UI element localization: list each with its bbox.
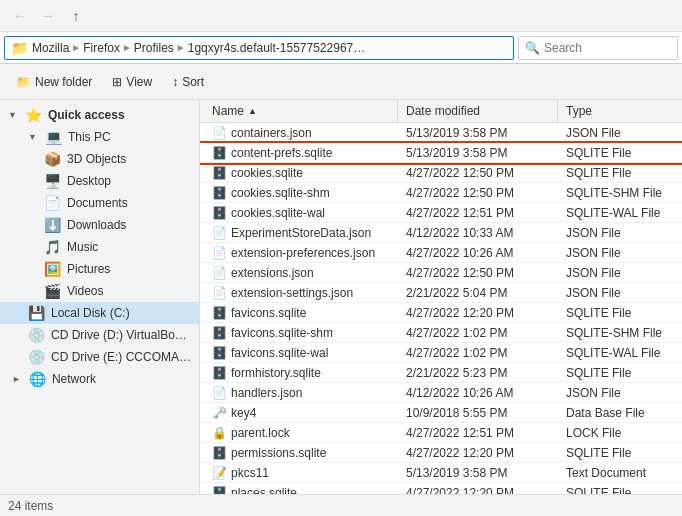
col-header-type[interactable]: Type xyxy=(558,100,678,122)
table-row[interactable]: 🗝️key410/9/2018 5:55 PMData Base File xyxy=(200,403,682,423)
file-name-cell: 📄containers.json xyxy=(204,124,398,142)
table-row[interactable]: 🗄️favicons.sqlite-shm4/27/2022 1:02 PMSQ… xyxy=(200,323,682,343)
breadcrumb[interactable]: 📁 Mozilla ► Firefox ► Profiles ► 1gqxyr4… xyxy=(4,36,514,60)
breadcrumb-parts: Mozilla ► Firefox ► Profiles ► 1gqxyr4s.… xyxy=(32,41,365,55)
file-name: favicons.sqlite-shm xyxy=(231,326,333,340)
breadcrumb-part: 1gqxyr4s.default-15577522967… xyxy=(188,41,365,55)
table-row[interactable]: 🗄️content-prefs.sqlite5/13/2019 3:58 PMS… xyxy=(200,143,682,163)
network-icon: 🌐 xyxy=(29,371,46,387)
table-row[interactable]: 📄containers.json5/13/2019 3:58 PMJSON Fi… xyxy=(200,123,682,143)
folder-icon: 📁 xyxy=(11,40,28,56)
col-header-date[interactable]: Date modified xyxy=(398,100,558,122)
breadcrumb-sep: ► xyxy=(122,42,132,53)
file-type-cell: SQLITE File xyxy=(558,304,678,322)
back-button[interactable]: ← xyxy=(8,4,32,28)
file-name: extension-preferences.json xyxy=(231,246,375,260)
sidebar-item-downloads[interactable]: ⬇️ Downloads xyxy=(0,214,199,236)
file-date-cell: 4/27/2022 12:51 PM xyxy=(398,424,558,442)
table-row[interactable]: 📄extension-preferences.json4/27/2022 10:… xyxy=(200,243,682,263)
sidebar-item-pictures[interactable]: 🖼️ Pictures xyxy=(0,258,199,280)
table-row[interactable]: 🗄️cookies.sqlite-shm4/27/2022 12:50 PMSQ… xyxy=(200,183,682,203)
file-icon: 📄 xyxy=(212,286,227,300)
file-name-cell: 🗄️favicons.sqlite xyxy=(204,304,398,322)
table-row[interactable]: 📄ExperimentStoreData.json4/12/2022 10:33… xyxy=(200,223,682,243)
file-name: cookies.sqlite-wal xyxy=(231,206,325,220)
sidebar-item-cd-drive-d[interactable]: 💿 CD Drive (D:) VirtualBox Guest A xyxy=(0,324,199,346)
sidebar-item-documents[interactable]: 📄 Documents xyxy=(0,192,199,214)
file-name: parent.lock xyxy=(231,426,290,440)
expand-arrow: ▼ xyxy=(28,132,37,142)
sidebar-item-3d-objects[interactable]: 📦 3D Objects xyxy=(0,148,199,170)
new-folder-button[interactable]: 📁 New folder xyxy=(8,68,100,96)
cd-drive-d-icon: 💿 xyxy=(28,327,45,343)
file-name-cell: 📄extension-preferences.json xyxy=(204,244,398,262)
file-type-cell: SQLITE File xyxy=(558,364,678,382)
downloads-icon: ⬇️ xyxy=(44,217,61,233)
file-date-cell: 4/27/2022 12:20 PM xyxy=(398,484,558,495)
file-name-cell: 📄extensions.json xyxy=(204,264,398,282)
file-name-cell: 🗄️favicons.sqlite-shm xyxy=(204,324,398,342)
table-row[interactable]: 🗄️formhistory.sqlite2/21/2022 5:23 PMSQL… xyxy=(200,363,682,383)
up-button[interactable]: ↑ xyxy=(64,4,88,28)
file-date-cell: 4/27/2022 12:20 PM xyxy=(398,304,558,322)
file-date-cell: 4/12/2022 10:33 AM xyxy=(398,224,558,242)
breadcrumb-sep: ► xyxy=(176,42,186,53)
file-date-cell: 5/13/2019 3:58 PM xyxy=(398,464,558,482)
item-count: 24 items xyxy=(8,499,53,513)
sidebar-item-this-pc[interactable]: ▼ 💻 This PC xyxy=(0,126,199,148)
sidebar-item-cd-drive-e[interactable]: 💿 CD Drive (E:) CCCOMA_X64FRE_ xyxy=(0,346,199,368)
file-icon: 📄 xyxy=(212,246,227,260)
forward-button[interactable]: → xyxy=(36,4,60,28)
file-name-cell: 🗄️formhistory.sqlite xyxy=(204,364,398,382)
table-row[interactable]: 🗄️places.sqlite4/27/2022 12:20 PMSQLITE … xyxy=(200,483,682,494)
view-button[interactable]: ⊞ View xyxy=(104,68,160,96)
file-type-cell: Text Document xyxy=(558,464,678,482)
file-name: extension-settings.json xyxy=(231,286,353,300)
toolbar: 📁 New folder ⊞ View ↕ Sort xyxy=(0,64,682,100)
sort-icon: ↕ xyxy=(172,75,178,89)
col-header-name[interactable]: Name ▲ xyxy=(204,100,398,122)
sidebar-item-music[interactable]: 🎵 Music xyxy=(0,236,199,258)
file-icon: 🗝️ xyxy=(212,406,227,420)
table-row[interactable]: 🗄️favicons.sqlite-wal4/27/2022 1:02 PMSQ… xyxy=(200,343,682,363)
main-area: ▼ ⭐ Quick access ▼ 💻 This PC 📦 3D Object… xyxy=(0,100,682,494)
view-icon: ⊞ xyxy=(112,75,122,89)
quick-access-icon: ⭐ xyxy=(25,107,42,123)
table-row[interactable]: 📄extensions.json4/27/2022 12:50 PMJSON F… xyxy=(200,263,682,283)
sidebar-item-videos[interactable]: 🎬 Videos xyxy=(0,280,199,302)
table-row[interactable]: 🔒parent.lock4/27/2022 12:51 PMLOCK File xyxy=(200,423,682,443)
local-disk-c-icon: 💾 xyxy=(28,305,45,321)
file-name-cell: 📄extension-settings.json xyxy=(204,284,398,302)
table-row[interactable]: 🗄️cookies.sqlite4/27/2022 12:50 PMSQLITE… xyxy=(200,163,682,183)
file-date-cell: 10/9/2018 5:55 PM xyxy=(398,404,558,422)
file-name: cookies.sqlite-shm xyxy=(231,186,330,200)
nav-controls: ← → ↑ xyxy=(8,4,88,28)
new-folder-icon: 📁 xyxy=(16,75,31,89)
table-row[interactable]: 📄extension-settings.json2/21/2022 5:04 P… xyxy=(200,283,682,303)
file-date-cell: 4/27/2022 12:50 PM xyxy=(398,164,558,182)
file-name-cell: 🗝️key4 xyxy=(204,404,398,422)
file-name-cell: 🗄️cookies.sqlite xyxy=(204,164,398,182)
file-name: extensions.json xyxy=(231,266,314,280)
file-date-cell: 4/27/2022 1:02 PM xyxy=(398,324,558,342)
file-name: cookies.sqlite xyxy=(231,166,303,180)
sidebar-item-network[interactable]: ► 🌐 Network xyxy=(0,368,199,390)
search-input[interactable] xyxy=(544,41,682,55)
table-row[interactable]: 🗄️cookies.sqlite-wal4/27/2022 12:51 PMSQ… xyxy=(200,203,682,223)
table-row[interactable]: 📝pkcs115/13/2019 3:58 PMText Document xyxy=(200,463,682,483)
table-row[interactable]: 📄handlers.json4/12/2022 10:26 AMJSON Fil… xyxy=(200,383,682,403)
search-box[interactable]: 🔍 xyxy=(518,36,678,60)
sidebar-item-desktop[interactable]: 🖥️ Desktop xyxy=(0,170,199,192)
table-row[interactable]: 🗄️permissions.sqlite4/27/2022 12:20 PMSQ… xyxy=(200,443,682,463)
file-icon: 🗄️ xyxy=(212,326,227,340)
sidebar-item-local-disk-c[interactable]: 💾 Local Disk (C:) xyxy=(0,302,199,324)
file-date-cell: 5/13/2019 3:58 PM xyxy=(398,144,558,162)
file-date-cell: 2/21/2022 5:04 PM xyxy=(398,284,558,302)
file-name: key4 xyxy=(231,406,256,420)
table-row[interactable]: 🗄️favicons.sqlite4/27/2022 12:20 PMSQLIT… xyxy=(200,303,682,323)
file-date-cell: 5/13/2019 3:58 PM xyxy=(398,124,558,142)
titlebar: ← → ↑ xyxy=(0,0,682,32)
file-type-cell: Data Base File xyxy=(558,404,678,422)
sort-button[interactable]: ↕ Sort xyxy=(164,68,212,96)
file-type-cell: JSON File xyxy=(558,224,678,242)
